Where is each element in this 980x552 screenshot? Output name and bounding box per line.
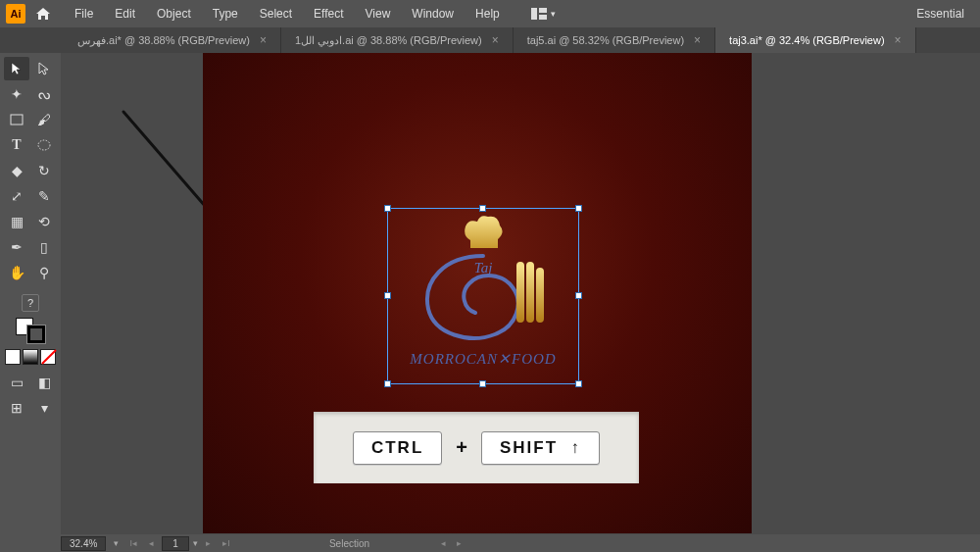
chevron-down-icon[interactable]: ▾ [114, 538, 119, 548]
lasso-tool[interactable]: ᔓ [31, 82, 57, 106]
zoom-level-field[interactable]: 32.4% [61, 536, 106, 551]
menu-object[interactable]: Object [147, 3, 201, 25]
resize-handle[interactable] [479, 380, 486, 387]
menubar: Ai File Edit Object Type Select Effect V… [0, 0, 980, 27]
tab-close-icon[interactable]: × [260, 33, 267, 47]
screen-mode-full[interactable]: ◧ [31, 371, 57, 394]
svg-rect-1 [539, 8, 547, 13]
magic-wand-tool[interactable]: ✦ [4, 82, 29, 106]
zoom-tool[interactable]: ⚲ [31, 261, 57, 284]
color-mode-none[interactable] [40, 349, 56, 365]
document-tab[interactable]: فهرس.ai* @ 38.88% (RGB/Preview) × [64, 27, 281, 53]
menu-window[interactable]: Window [402, 3, 464, 25]
tab-label: taj5.ai @ 58.32% (RGB/Preview) [527, 34, 684, 46]
svg-rect-2 [539, 15, 547, 20]
resize-handle[interactable] [384, 380, 391, 387]
shortcut-overlay: CTRL + SHIFT ↑ [314, 412, 639, 483]
workarea: ✦ ᔓ 🖌 T ◆ ↻ ⤢ ✎ ▦ ⟲ ✒ ▯ ✋ ⚲ [0, 53, 980, 534]
menu-type[interactable]: Type [203, 3, 248, 25]
scroll-right-button[interactable]: ▸ [452, 537, 466, 549]
menu-effect[interactable]: Effect [304, 3, 353, 25]
tab-label: taj3.ai* @ 32.4% (RGB/Preview) [729, 34, 885, 46]
menu-help[interactable]: Help [466, 3, 510, 25]
last-artboard-button[interactable]: ▸I [220, 537, 233, 549]
draw-mode-icon[interactable]: ⊞ [4, 396, 29, 420]
tab-label: فهرس.ai* @ 38.88% (RGB/Preview) [77, 34, 250, 47]
resize-handle[interactable] [575, 380, 582, 387]
chevron-down-icon: ▾ [551, 9, 556, 19]
unknown-tool[interactable]: ? [22, 294, 39, 312]
gradient-tool[interactable]: ▦ [4, 210, 29, 233]
type-tool[interactable]: T [4, 133, 29, 157]
direct-selection-tool[interactable] [31, 57, 57, 80]
tab-close-icon[interactable]: × [895, 33, 902, 47]
resize-handle[interactable] [479, 205, 486, 212]
logo-text-subline: MORROCAN✕FOOD [410, 350, 556, 368]
resize-handle[interactable] [384, 292, 391, 299]
eyedropper-tool[interactable]: ✎ [31, 184, 57, 208]
fill-stroke-control[interactable] [16, 318, 45, 343]
canvas-area[interactable]: Taj MORROCAN✕FOOD CTRL + SHIFT ↑ [61, 53, 894, 534]
prev-artboard-button[interactable]: ◂ [144, 537, 158, 549]
artboard[interactable]: Taj MORROCAN✕FOOD CTRL + SHIFT ↑ [203, 53, 752, 533]
hand-tool[interactable]: ✋ [4, 261, 29, 284]
current-tool-label: Selection [329, 538, 369, 549]
resize-handle[interactable] [575, 205, 582, 212]
svg-rect-0 [531, 8, 537, 20]
eraser-tool[interactable]: ◆ [4, 159, 29, 182]
tab-label: ادوبي الل1.ai @ 38.88% (RGB/Preview) [295, 34, 482, 47]
first-artboard-button[interactable]: I◂ [126, 537, 140, 549]
logo-text-name: Taj [474, 260, 493, 276]
rectangle-tool[interactable] [4, 108, 29, 131]
column-graph-tool[interactable]: ▯ [31, 235, 57, 259]
scroll-left-button[interactable]: ◂ [436, 537, 450, 549]
menu-file[interactable]: File [65, 3, 103, 25]
resize-handle[interactable] [384, 205, 391, 212]
tab-close-icon[interactable]: × [694, 33, 701, 47]
key-ctrl: CTRL [353, 431, 442, 465]
home-button[interactable] [33, 4, 53, 24]
logo-artwork: Taj MORROCAN✕FOOD [396, 217, 570, 376]
svg-rect-3 [11, 115, 23, 125]
color-mode-gradient[interactable] [23, 349, 38, 365]
workspace-switcher[interactable]: Essential [906, 3, 974, 25]
menu-select[interactable]: Select [250, 3, 302, 25]
app-logo-icon: Ai [6, 4, 25, 24]
document-tabbar: فهرس.ai* @ 38.88% (RGB/Preview) × ادوبي … [0, 27, 980, 53]
ellipse-tool[interactable] [31, 133, 57, 157]
svg-point-4 [38, 140, 50, 150]
scale-tool[interactable]: ⤢ [4, 184, 29, 208]
color-mode-fill[interactable] [5, 349, 21, 365]
resize-handle[interactable] [575, 292, 582, 299]
document-tab[interactable]: taj5.ai @ 58.32% (RGB/Preview) × [514, 27, 715, 53]
pen-tool[interactable]: ✒ [4, 235, 29, 259]
chef-hat-icon [461, 213, 506, 252]
next-artboard-button[interactable]: ▸ [202, 537, 216, 549]
plus-icon: + [456, 436, 467, 459]
change-screen-mode[interactable]: ▾ [31, 396, 57, 420]
screen-mode-normal[interactable]: ▭ [4, 371, 29, 394]
right-panel-dock[interactable] [894, 53, 980, 534]
tools-panel: ✦ ᔓ 🖌 T ◆ ↻ ⤢ ✎ ▦ ⟲ ✒ ▯ ✋ ⚲ [0, 53, 61, 534]
selection-bounding-box[interactable]: Taj MORROCAN✕FOOD [387, 208, 579, 384]
chevron-down-icon[interactable]: ▾ [193, 538, 198, 548]
menu-edit[interactable]: Edit [105, 3, 145, 25]
arrange-documents-button[interactable]: ▾ [523, 4, 564, 24]
key-shift: SHIFT ↑ [481, 431, 600, 465]
artboard-number-field[interactable]: 1 [162, 536, 189, 551]
rotate-tool[interactable]: ↻ [31, 159, 57, 182]
paintbrush-tool[interactable]: 🖌 [31, 108, 57, 131]
document-tab[interactable]: ادوبي الل1.ai @ 38.88% (RGB/Preview) × [281, 27, 514, 53]
blend-tool[interactable]: ⟲ [31, 210, 57, 233]
statusbar: 32.4% ▾ I◂ ◂ 1 ▾ ▸ ▸I Selection ◂ ▸ [0, 534, 980, 552]
selection-tool[interactable] [4, 57, 29, 80]
artboard-navigation: I◂ ◂ 1 ▾ ▸ ▸I [126, 536, 233, 551]
menu-view[interactable]: View [356, 3, 401, 25]
key-shift-label: SHIFT [500, 438, 558, 457]
document-tab-active[interactable]: taj3.ai* @ 32.4% (RGB/Preview) × [715, 27, 916, 53]
arrow-up-icon: ↑ [571, 438, 582, 457]
tab-close-icon[interactable]: × [492, 33, 499, 47]
